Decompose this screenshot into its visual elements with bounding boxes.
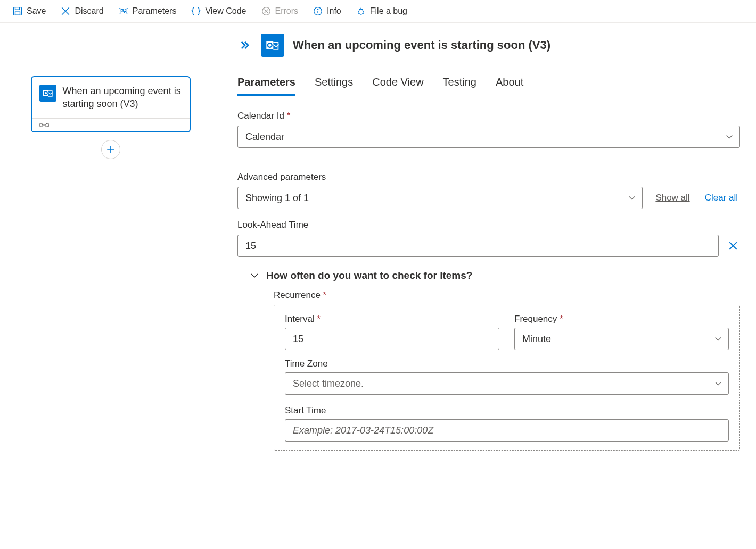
chevron-down-icon (714, 335, 722, 343)
frequency-value: Minute (522, 334, 551, 345)
info-label: Info (327, 6, 341, 16)
recurrence-group: Interval * 15 Frequency * Minute (274, 305, 740, 451)
bug-icon (356, 6, 366, 16)
required-mark: * (317, 314, 321, 324)
clear-look-ahead-button[interactable] (726, 239, 740, 253)
svg-rect-1 (15, 12, 20, 15)
code-braces-icon (191, 6, 201, 16)
frequency-select[interactable]: Minute (514, 328, 729, 350)
tab-settings[interactable]: Settings (315, 76, 353, 95)
errors-label: Errors (275, 6, 299, 16)
field-interval: Interval * 15 (285, 314, 499, 350)
recurrence-toggle[interactable]: How often do you want to check for items… (250, 270, 740, 281)
look-ahead-value: 15 (245, 240, 256, 252)
frequency-label: Frequency * (514, 314, 729, 325)
interval-input[interactable]: 15 (285, 328, 499, 350)
field-start-time: Start Time Example: 2017-03-24T15:00:00Z (285, 405, 729, 442)
recurrence-label: Recurrence * (274, 290, 740, 301)
required-mark: * (323, 290, 327, 300)
timezone-select[interactable]: Select timezone. (285, 372, 729, 395)
interval-label: Interval * (285, 314, 499, 325)
field-frequency: Frequency * Minute (514, 314, 729, 350)
start-time-label: Start Time (285, 405, 729, 416)
calendar-id-label: Calendar Id * (237, 111, 740, 121)
designer-canvas: When an upcoming event is starting soon … (0, 23, 221, 546)
advanced-dropdown[interactable]: Showing 1 of 1 (237, 187, 643, 209)
recurrence-header-text: How often do you want to check for items… (266, 270, 472, 281)
collapse-panel-button[interactable] (237, 38, 252, 53)
file-bug-button[interactable]: File a bug (350, 3, 414, 19)
required-mark: * (560, 314, 563, 324)
field-timezone: Time Zone Select timezone. (285, 359, 729, 395)
node-header: When an upcoming event is starting soon … (32, 77, 190, 118)
chevron-down-icon (250, 271, 259, 280)
panel-header: When an upcoming event is starting soon … (237, 34, 740, 57)
field-look-ahead: Look-Ahead Time 15 (237, 220, 740, 257)
chevron-down-icon (714, 380, 722, 387)
calendar-id-select[interactable]: Calendar (237, 126, 740, 148)
toolbar: Save Discard Parameters View Code Errors… (0, 0, 756, 23)
info-button[interactable]: Info (307, 3, 348, 19)
panel-title: When an upcoming event is starting soon … (293, 38, 550, 52)
tab-code-view[interactable]: Code View (372, 76, 423, 95)
view-code-label: View Code (205, 6, 246, 16)
outlook-icon (39, 85, 56, 102)
calendar-id-value: Calendar (245, 131, 284, 143)
required-mark: * (287, 111, 291, 121)
svg-point-6 (359, 9, 363, 14)
save-label: Save (27, 6, 46, 16)
interval-value: 15 (293, 334, 303, 345)
start-time-input[interactable]: Example: 2017-03-24T15:00:00Z (285, 419, 729, 442)
save-button[interactable]: Save (6, 3, 52, 19)
tab-parameters[interactable]: Parameters (237, 76, 295, 95)
outlook-icon (261, 34, 284, 57)
show-all-link[interactable]: Show all (653, 190, 692, 205)
file-bug-label: File a bug (370, 6, 407, 16)
save-icon (13, 6, 22, 16)
parameters-icon (119, 6, 128, 16)
timezone-placeholder: Select timezone. (293, 378, 364, 389)
discard-label: Discard (75, 6, 103, 16)
chevron-down-icon (628, 194, 636, 202)
tab-testing[interactable]: Testing (443, 76, 476, 95)
parameters-label: Parameters (133, 6, 177, 16)
tab-about[interactable]: About (496, 76, 523, 95)
link-icon (39, 122, 182, 128)
view-code-button[interactable]: View Code (185, 3, 252, 19)
advanced-parameters: Advanced parameters Showing 1 of 1 Show … (237, 172, 740, 209)
timezone-label: Time Zone (285, 359, 729, 369)
trigger-node[interactable]: When an upcoming event is starting soon … (31, 76, 191, 132)
look-ahead-label: Look-Ahead Time (237, 220, 740, 230)
start-time-placeholder: Example: 2017-03-24T15:00:00Z (293, 425, 433, 436)
close-icon (61, 6, 70, 16)
advanced-label: Advanced parameters (237, 172, 740, 182)
node-title: When an upcoming event is starting soon … (63, 85, 182, 111)
chevron-down-icon (726, 133, 733, 140)
details-panel: When an upcoming event is starting soon … (221, 23, 756, 546)
main-area: When an upcoming event is starting soon … (0, 23, 756, 546)
node-footer (32, 118, 190, 131)
add-step-button[interactable] (101, 140, 120, 159)
advanced-dropdown-value: Showing 1 of 1 (245, 193, 309, 204)
field-calendar-id: Calendar Id * Calendar (237, 111, 740, 148)
look-ahead-input[interactable]: 15 (237, 235, 719, 257)
clear-all-link[interactable]: Clear all (703, 190, 740, 205)
parameters-button[interactable]: Parameters (112, 3, 183, 19)
add-step-wrap (21, 140, 200, 159)
info-icon (313, 6, 323, 16)
error-icon (261, 6, 271, 16)
divider (237, 161, 740, 161)
errors-button: Errors (255, 3, 305, 19)
tabs: Parameters Settings Code View Testing Ab… (237, 76, 740, 95)
discard-button[interactable]: Discard (54, 3, 110, 19)
svg-point-5 (317, 9, 318, 10)
